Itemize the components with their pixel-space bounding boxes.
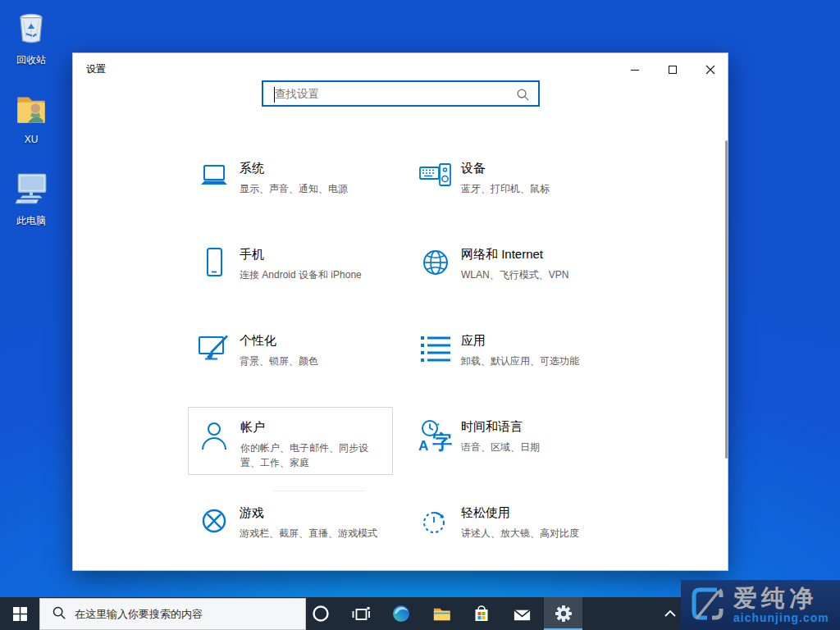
settings-search-box[interactable] — [262, 80, 540, 107]
tile-subtitle: 游戏栏、截屏、直播、游戏模式 — [240, 526, 392, 541]
devices-icon — [417, 159, 454, 197]
start-button[interactable] — [0, 597, 39, 630]
task-view-icon — [351, 604, 371, 623]
settings-tile-gaming[interactable]: 游戏 游戏栏、截屏、直播、游戏模式 — [188, 493, 393, 562]
store-icon — [472, 604, 491, 623]
chevron-up-icon — [664, 609, 677, 619]
store-button[interactable] — [462, 597, 501, 630]
minimize-button[interactable] — [616, 58, 654, 81]
file-explorer-icon — [431, 604, 452, 624]
settings-tile-network[interactable]: 网络和 Internet WLAN、飞行模式、VPN — [409, 235, 614, 304]
xbox-icon — [195, 504, 233, 541]
desktop-icon-this-pc[interactable]: 此电脑 — [4, 167, 58, 228]
watermark: 爱纯净 aichunjing.com — [681, 580, 840, 630]
search-icon[interactable] — [516, 88, 530, 105]
task-view-button[interactable] — [341, 597, 381, 630]
minimize-icon — [630, 65, 640, 75]
ease-of-access-icon — [417, 504, 454, 541]
settings-search-input[interactable] — [263, 88, 538, 100]
tile-subtitle: 背景、锁屏、颜色 — [240, 354, 392, 368]
tile-subtitle: 讲述人、放大镜、高对比度 — [461, 526, 614, 541]
close-icon — [705, 65, 715, 75]
mail-icon — [512, 604, 532, 624]
tile-title: 手机 — [240, 247, 392, 262]
tile-subtitle: 连接 Android 设备和 iPhone — [240, 267, 392, 282]
tile-subtitle: 显示、声音、通知、电源 — [240, 181, 392, 196]
watermark-domain: aichunjing.com — [733, 611, 829, 624]
gear-icon — [554, 604, 573, 623]
window-title: 设置 — [86, 62, 106, 76]
taskbar-search-box[interactable] — [39, 598, 306, 630]
desktop-icon-label: XU — [4, 134, 58, 145]
tile-title: 系统 — [240, 161, 392, 176]
tile-title: 轻松使用 — [461, 505, 614, 521]
settings-tile-ease-of-access[interactable]: 轻松使用 讲述人、放大镜、高对比度 — [409, 493, 614, 562]
desktop-icon-recycle-bin[interactable]: 回收站 — [4, 7, 58, 67]
edge-icon — [391, 604, 411, 623]
settings-window: 设置 系统 显示、声音、通知、电源 设备 蓝牙、打印机、鼠标 手机 连接 — [72, 52, 728, 571]
tile-title: 网络和 Internet — [461, 247, 614, 262]
user-folder-icon — [11, 116, 52, 130]
desktop-icon-label: 此电脑 — [4, 214, 58, 228]
laptop-icon — [195, 159, 233, 197]
search-icon — [52, 605, 66, 623]
settings-tile-devices[interactable]: 设备 蓝牙、打印机、鼠标 — [409, 148, 614, 217]
tile-subtitle: 卸载、默认应用、可选功能 — [461, 354, 614, 368]
settings-tile-system[interactable]: 系统 显示、声音、通知、电源 — [188, 148, 393, 217]
tile-title: 时间和语言 — [461, 419, 614, 435]
tile-border-artifact — [273, 491, 365, 491]
settings-tile-time-language[interactable]: A字 时间和语言 语音、区域、日期 — [409, 407, 614, 476]
close-button[interactable] — [692, 58, 729, 81]
settings-tile-apps[interactable]: 应用 卸载、默认应用、可选功能 — [409, 321, 614, 390]
settings-tile-phone[interactable]: 手机 连接 Android 设备和 iPhone — [188, 235, 393, 304]
tile-subtitle: WLAN、飞行模式、VPN — [461, 267, 614, 282]
cortana-button[interactable] — [301, 597, 340, 630]
maximize-icon — [668, 65, 678, 75]
tile-title: 个性化 — [240, 333, 392, 349]
tile-title: 设备 — [461, 161, 614, 176]
watermark-brand: 爱纯净 — [733, 587, 829, 610]
tile-subtitle: 你的帐户、电子邮件、同步设 置、工作、家庭 — [240, 441, 392, 470]
settings-tile-personalization[interactable]: 个性化 背景、锁屏、颜色 — [188, 321, 393, 390]
window-scrollbar[interactable] — [725, 140, 728, 459]
svg-text:字: 字 — [432, 431, 452, 453]
maximize-button[interactable] — [654, 58, 692, 81]
desktop-icon-user-folder[interactable]: XU — [4, 87, 58, 145]
tile-title: 应用 — [461, 333, 614, 349]
file-explorer-button[interactable] — [422, 597, 461, 630]
tile-title: 帐户 — [240, 420, 392, 436]
cortana-icon — [312, 605, 330, 623]
taskbar-search-input[interactable] — [75, 608, 305, 620]
personalization-icon — [195, 331, 233, 369]
tile-title: 游戏 — [240, 505, 392, 521]
svg-text:A: A — [418, 438, 428, 454]
globe-icon — [417, 245, 454, 283]
text-caret — [274, 87, 275, 103]
tile-subtitle: 语音、区域、日期 — [461, 440, 614, 454]
recycle-bin-icon — [11, 36, 52, 50]
desktop-icon-label: 回收站 — [4, 53, 58, 67]
apps-list-icon — [417, 331, 454, 369]
clock-language-icon: A字 — [417, 418, 454, 455]
mail-button[interactable] — [502, 597, 541, 630]
edge-button[interactable] — [381, 597, 421, 630]
tile-subtitle: 蓝牙、打印机、鼠标 — [461, 181, 614, 196]
settings-app-button[interactable] — [544, 597, 582, 630]
this-pc-icon — [11, 197, 52, 211]
aichunjing-logo-icon — [687, 584, 727, 627]
person-icon — [196, 418, 234, 456]
phone-icon — [195, 245, 233, 283]
settings-tile-accounts[interactable]: 帐户 你的帐户、电子邮件、同步设 置、工作、家庭 — [188, 407, 393, 475]
windows-logo-icon — [13, 607, 27, 621]
